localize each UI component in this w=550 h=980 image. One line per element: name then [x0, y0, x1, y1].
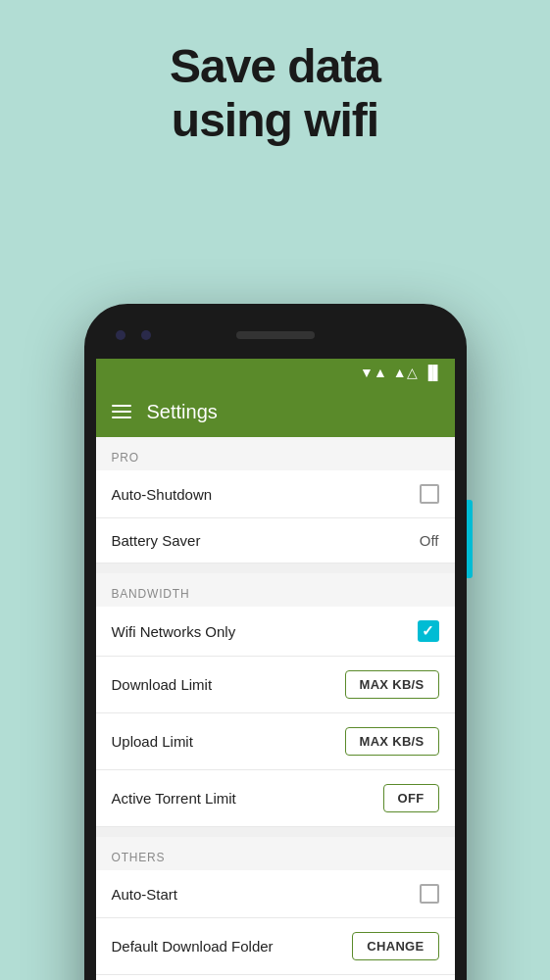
- value-battery-saver: Off: [420, 532, 439, 549]
- status-bar: ▼▲ ▲△ ▐▌: [96, 359, 455, 386]
- section-pro: PRO Auto-Shutdown Battery Saver Off: [96, 437, 455, 564]
- phone-cameras: [116, 330, 151, 340]
- btn-upload-limit[interactable]: MAX KB/S: [345, 727, 439, 756]
- hamburger-menu[interactable]: [112, 405, 131, 418]
- row-download-limit[interactable]: Download Limit MAX KB/S: [96, 657, 455, 713]
- row-incoming-port[interactable]: Incoming Port 0: [96, 975, 455, 980]
- row-auto-shutdown[interactable]: Auto-Shutdown: [96, 470, 455, 518]
- label-download-folder: Default Download Folder: [112, 938, 274, 955]
- section-others: OTHERS Auto-Start Default Download Folde…: [96, 837, 455, 980]
- label-auto-shutdown: Auto-Shutdown: [112, 486, 213, 503]
- label-battery-saver: Battery Saver: [112, 532, 201, 549]
- headline-line1: Save data: [0, 39, 550, 93]
- section-bandwidth: BANDWIDTH Wifi Networks Only Download Li…: [96, 573, 455, 827]
- checkbox-auto-shutdown[interactable]: [420, 484, 439, 504]
- label-upload-limit: Upload Limit: [112, 733, 193, 750]
- phone-top-bar: [96, 321, 455, 349]
- toolbar: Settings: [96, 386, 455, 437]
- headline: Save data using wifi: [0, 0, 550, 147]
- divider-1: [96, 564, 455, 573]
- toolbar-title: Settings: [147, 401, 218, 423]
- row-upload-limit[interactable]: Upload Limit MAX KB/S: [96, 713, 455, 770]
- row-torrent-limit[interactable]: Active Torrent Limit OFF: [96, 770, 455, 827]
- row-download-folder[interactable]: Default Download Folder CHANGE: [96, 918, 455, 975]
- row-battery-saver[interactable]: Battery Saver Off: [96, 518, 455, 564]
- wifi-icon: ▼▲: [360, 365, 387, 380]
- section-header-bandwidth: BANDWIDTH: [96, 573, 455, 607]
- btn-download-limit[interactable]: MAX KB/S: [345, 670, 439, 699]
- label-torrent-limit: Active Torrent Limit: [112, 790, 236, 807]
- section-header-others: OTHERS: [96, 837, 455, 870]
- phone-outer: ▼▲ ▲△ ▐▌ Settings PRO: [84, 304, 467, 980]
- row-wifi-only[interactable]: Wifi Networks Only: [96, 607, 455, 657]
- divider-2: [96, 827, 455, 837]
- background: Save data using wifi ▼▲ ▲△ ▐▌: [0, 0, 550, 147]
- checkbox-auto-start[interactable]: [420, 884, 439, 904]
- label-download-limit: Download Limit: [112, 676, 213, 693]
- camera-left: [116, 330, 125, 340]
- status-icons: ▼▲ ▲△ ▐▌: [360, 365, 442, 380]
- btn-change-folder[interactable]: CHANGE: [352, 932, 438, 960]
- phone: ▼▲ ▲△ ▐▌ Settings PRO: [84, 304, 467, 980]
- checkbox-wifi-only[interactable]: [418, 620, 439, 642]
- section-header-pro: PRO: [96, 437, 455, 470]
- btn-torrent-limit[interactable]: OFF: [383, 784, 439, 812]
- side-accent: [467, 500, 473, 578]
- screen: ▼▲ ▲△ ▐▌ Settings PRO: [96, 359, 455, 980]
- battery-icon: ▐▌: [424, 365, 443, 380]
- label-auto-start: Auto-Start: [112, 886, 178, 903]
- camera-right: [141, 330, 151, 340]
- settings-content: PRO Auto-Shutdown Battery Saver Off: [96, 437, 455, 980]
- row-auto-start[interactable]: Auto-Start: [96, 870, 455, 918]
- signal-icon: ▲△: [393, 365, 418, 380]
- label-wifi-only: Wifi Networks Only: [112, 623, 236, 640]
- phone-speaker: [236, 331, 315, 339]
- headline-line2: using wifi: [0, 93, 550, 147]
